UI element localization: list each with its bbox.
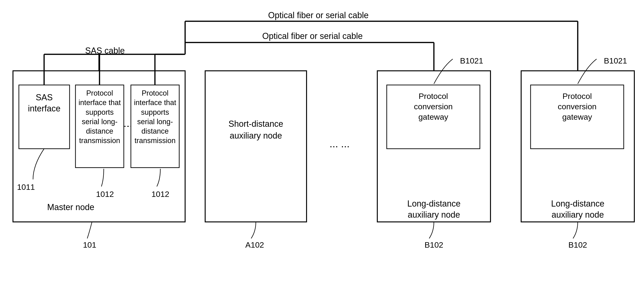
protocol-gateway-2-label: Protocolconversiongateway — [530, 91, 624, 122]
protocol-gateway-1-label: Protocolconversiongateway — [387, 91, 480, 122]
protocol-interface-1-label: Protocolinterface thatsupportsserial lon… — [76, 89, 124, 146]
sas-cable-label: SAS cable — [76, 45, 134, 56]
ref-b1021-2-label: B1021 — [599, 56, 632, 66]
ref-1012-1-label: 1012 — [93, 189, 117, 199]
ref-a102-label: A102 — [240, 240, 269, 250]
diagram-container: Optical fiber or serial cable Optical fi… — [0, 0, 644, 288]
ref-b102-2-label: B102 — [565, 240, 591, 250]
ref-b1021-1-label: B1021 — [455, 56, 488, 66]
protocol-interface-2-label: Protocolinterface thatsupportsserial lon… — [131, 89, 179, 146]
optical-fiber-mid-label: Optical fiber or serial cable — [212, 31, 413, 42]
ref-b102-1-label: B102 — [421, 240, 447, 250]
ref-101-label: 101 — [78, 240, 102, 250]
long-distance-2-label: Long-distanceauxiliary node — [521, 198, 634, 220]
ref-1012-2-label: 1012 — [148, 189, 172, 199]
master-node-label: Master node — [35, 202, 106, 213]
long-distance-1-label: Long-distanceauxiliary node — [377, 198, 490, 220]
ellipsis-label: ... ... — [314, 137, 366, 150]
ref-1011-label: 1011 — [14, 182, 38, 192]
svg-rect-1 — [205, 71, 306, 222]
optical-fiber-top-label: Optical fiber or serial cable — [212, 10, 424, 21]
sas-interface-label: SASinterface — [19, 92, 70, 114]
short-distance-node-label: Short-distanceauxiliary node — [205, 118, 306, 142]
